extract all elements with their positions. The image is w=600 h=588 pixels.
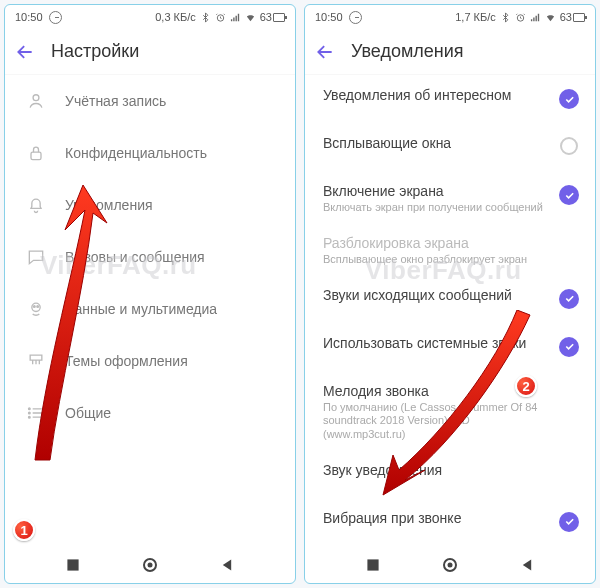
row-subtitle: Включать экран при получении сообщений xyxy=(323,201,547,215)
row-label: Данные и мультимедиа xyxy=(65,301,217,317)
back-icon[interactable] xyxy=(315,42,335,62)
row-popups[interactable]: Всплывающие окна xyxy=(305,125,595,173)
row-title: Мелодия звонка xyxy=(323,383,547,399)
nav-back-icon[interactable] xyxy=(518,556,536,574)
row-themes[interactable]: Темы оформления xyxy=(5,335,295,387)
svg-rect-9 xyxy=(68,559,79,570)
svg-rect-2 xyxy=(31,152,41,160)
wifi-icon xyxy=(245,12,256,23)
signal-icon xyxy=(530,12,541,23)
svg-point-8 xyxy=(29,416,31,418)
row-title: Вибрация при звонке xyxy=(323,510,547,526)
statusbar: 10:50 1,7 КБ/с 63 xyxy=(305,5,595,29)
row-calls[interactable]: Вызовы и сообщения xyxy=(5,231,295,283)
status-icon-sync xyxy=(349,11,362,24)
row-notification-sound[interactable]: Звук уведомления xyxy=(305,452,595,500)
page-title: Настройки xyxy=(51,41,139,62)
row-title: Уведомления об интересном xyxy=(323,87,547,103)
phone-right: 10:50 1,7 КБ/с 63 Уведомления Уведомлени… xyxy=(304,4,596,584)
svg-point-1 xyxy=(33,95,39,101)
settings-list: Учётная запись Конфиденциальность Уведом… xyxy=(5,75,295,547)
checkbox-on-icon[interactable] xyxy=(559,185,579,205)
row-title: Всплывающие окна xyxy=(323,135,547,151)
checkbox-off-icon[interactable] xyxy=(560,137,578,155)
alarm-icon xyxy=(515,12,526,23)
row-interesting[interactable]: Уведомления об интересном xyxy=(305,77,595,125)
row-label: Учётная запись xyxy=(65,93,166,109)
row-label: Уведомления xyxy=(65,197,153,213)
row-system-sounds[interactable]: Использовать системные звуки xyxy=(305,325,595,373)
row-subtitle: Всплывающее окно разблокирует экран xyxy=(323,253,547,267)
row-title: Включение экрана xyxy=(323,183,547,199)
nav-home-icon[interactable] xyxy=(441,556,459,574)
status-icon-sync xyxy=(49,11,62,24)
status-time: 10:50 xyxy=(315,11,343,23)
svg-point-3 xyxy=(32,303,40,311)
row-subtitle: По умолчанию (Le Cassos - Summer Of 84 s… xyxy=(323,401,547,442)
status-speed: 1,7 КБ/с xyxy=(455,11,496,23)
row-notifications[interactable]: Уведомления xyxy=(5,179,295,231)
svg-point-7 xyxy=(29,412,31,414)
battery-icon: 63 xyxy=(260,11,285,23)
media-icon xyxy=(25,299,47,319)
statusbar: 10:50 0,3 КБ/с 63 xyxy=(5,5,295,29)
row-vibrate[interactable]: Вибрация при звонке xyxy=(305,500,595,547)
row-outgoing-sounds[interactable]: Звуки исходящих сообщений xyxy=(305,277,595,325)
checkbox-on-icon[interactable] xyxy=(559,337,579,357)
list-icon xyxy=(25,403,47,423)
signal-icon xyxy=(230,12,241,23)
android-navbar xyxy=(305,547,595,583)
row-unlock: Разблокировка экрана Всплывающее окно ра… xyxy=(305,225,595,277)
checkbox-on-icon[interactable] xyxy=(559,289,579,309)
status-speed: 0,3 КБ/с xyxy=(155,11,196,23)
svg-point-15 xyxy=(447,563,452,568)
notification-settings-list: Уведомления об интересном Всплывающие ок… xyxy=(305,75,595,547)
svg-point-6 xyxy=(29,408,31,410)
phone-left: 10:50 0,3 КБ/с 63 Настройки Учётная запи… xyxy=(4,4,296,584)
svg-rect-13 xyxy=(368,559,379,570)
row-label: Конфиденциальность xyxy=(65,145,207,161)
row-title: Разблокировка экрана xyxy=(323,235,547,251)
back-icon[interactable] xyxy=(15,42,35,62)
chat-icon xyxy=(25,247,47,267)
row-label: Общие xyxy=(65,405,111,421)
checkbox-on-icon[interactable] xyxy=(559,89,579,109)
lock-icon xyxy=(25,143,47,163)
bluetooth-icon xyxy=(500,12,511,23)
android-navbar xyxy=(5,547,295,583)
row-general[interactable]: Общие xyxy=(5,387,295,439)
row-account[interactable]: Учётная запись xyxy=(5,75,295,127)
user-icon xyxy=(25,91,47,111)
page-title: Уведомления xyxy=(351,41,464,62)
battery-icon: 63 xyxy=(560,11,585,23)
row-title: Звуки исходящих сообщений xyxy=(323,287,547,303)
nav-recent-icon[interactable] xyxy=(364,556,382,574)
nav-recent-icon[interactable] xyxy=(64,556,82,574)
row-title: Использовать системные звуки xyxy=(323,335,547,351)
row-screen-on[interactable]: Включение экрана Включать экран при полу… xyxy=(305,173,595,225)
bluetooth-icon xyxy=(200,12,211,23)
brush-icon xyxy=(25,351,47,371)
row-label: Темы оформления xyxy=(65,353,188,369)
nav-back-icon[interactable] xyxy=(218,556,236,574)
wifi-icon xyxy=(545,12,556,23)
nav-home-icon[interactable] xyxy=(141,556,159,574)
svg-point-11 xyxy=(147,563,152,568)
checkbox-on-icon[interactable] xyxy=(559,512,579,532)
bell-icon xyxy=(25,195,47,215)
row-title: Звук уведомления xyxy=(323,462,547,478)
alarm-icon xyxy=(215,12,226,23)
appbar: Уведомления xyxy=(305,29,595,75)
row-ringtone[interactable]: Мелодия звонка По умолчанию (Le Cassos -… xyxy=(305,373,595,452)
row-label: Вызовы и сообщения xyxy=(65,249,205,265)
svg-point-4 xyxy=(34,306,36,308)
row-privacy[interactable]: Конфиденциальность xyxy=(5,127,295,179)
status-time: 10:50 xyxy=(15,11,43,23)
row-media[interactable]: Данные и мультимедиа xyxy=(5,283,295,335)
svg-point-5 xyxy=(37,306,39,308)
appbar: Настройки xyxy=(5,29,295,75)
